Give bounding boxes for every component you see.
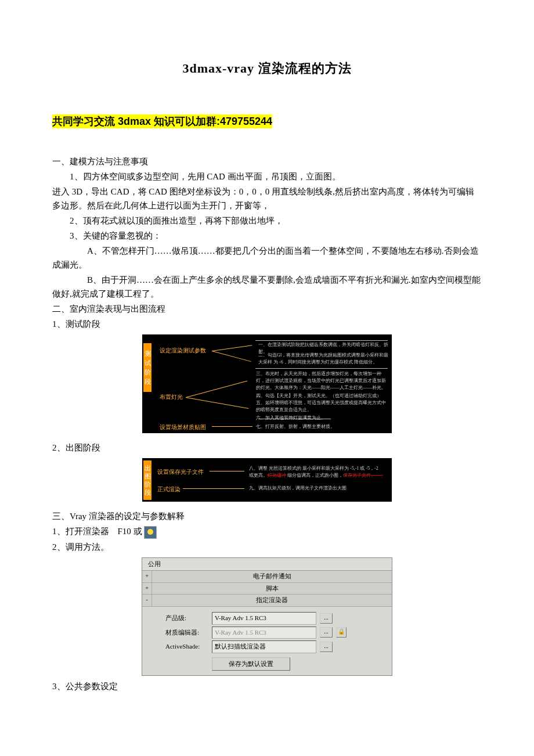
diagram-output-stage: 出 图 阶 段 设置保存光子文件 正式渲染 八、调整 光照运算模式的 最小采样和… [142, 458, 392, 502]
renderer-activeshade-field[interactable]: 默认扫描线渲染器 [212, 640, 316, 653]
lock-icon[interactable]: 🔒 [336, 627, 347, 638]
s1-item-2: 2、顶有花式就以顶的面推出造型，再将下部做出地坪， [52, 214, 482, 228]
renderer-row-production: 产品级: V-Ray Adv 1.5 RC3 ... [165, 612, 386, 625]
highlight-note: 共同学习交流 3dmax 知识可以加群:479755244 [52, 114, 272, 128]
diag2-r2: 九、调高抗矩尺级别，调用光子文件渲染出大图 [249, 485, 383, 492]
panel-bar-assign[interactable]: - 指定渲染器 [142, 595, 392, 607]
section-1-heading: 一、建模方法与注意事项 [52, 154, 482, 168]
diag2-sidebar: 出 图 阶 段 [143, 460, 151, 500]
s2-item-2: 2、出图阶段 [52, 441, 482, 455]
diag1-left-3: 设置场景材质贴图 [160, 423, 206, 432]
renderer-production-field[interactable]: V-Ray Adv 1.5 RC3 [212, 612, 316, 625]
renderer-panel: 公用 + 电子邮件通知 + 脚本 - 指定渲染器 产品级: V-Ray Adv … [142, 557, 392, 676]
diag1-r7: 七、打开反射、折射，调整主要材质。 [256, 423, 389, 430]
s1-item-3: 3、关键的容量忽视的： [52, 229, 482, 243]
choose-button[interactable]: ... [320, 627, 333, 638]
diag1-left-2: 布置灯光 [160, 393, 183, 402]
diag2-r1: 八、调整 光照运算模式的 最小采样和最大采样为 -5,-1 或 -5，-2 或更… [249, 465, 383, 479]
panel-bar-email[interactable]: + 电子邮件通知 [142, 571, 392, 583]
choose-button[interactable]: ... [320, 613, 333, 624]
diag2-left-2: 正式渲染 [157, 485, 181, 494]
section-2-heading: 二、室内渲染表现与出图流程 [52, 302, 482, 316]
s1-item-1: 1、四方体空间或多边型空间，先用 CAD 画出平面，吊顶图，立面图。 [52, 170, 482, 183]
diagram-test-stage: 测 试 阶 段 设定渲染测试参数 布置灯光 设置场景材质贴图 一、在渲染测试阶段… [142, 334, 392, 433]
choose-button[interactable]: ... [320, 642, 333, 652]
s1-item-3b: B、由于开洞……会在面上产生多余的线尽量不要删除,会造成墙面不平有折光和漏光.如… [52, 273, 482, 301]
renderer-medit-field: V-Ray Adv 1.5 RC3 [212, 627, 316, 639]
renderer-row-medit: 材质编辑器: V-Ray Adv 1.5 RC3 ... 🔒 [165, 627, 386, 639]
s1-item-3a: A、不管怎样开门……做吊顶……都要把几个分出的面当着一个整体空间，不要随地左右移… [52, 244, 482, 272]
s3-item-2: 2、调用方法。 [52, 540, 482, 554]
renderer-row-activeshade: ActiveShade: 默认扫描线渲染器 ... [165, 640, 386, 653]
panel-tab[interactable]: 公用 [142, 558, 392, 571]
diag2-left-1: 设置保存光子文件 [157, 467, 204, 477]
diag1-r4: 四、勾选【天光】开关，测试天光。（也可通过辅助灯完成） [256, 393, 389, 399]
render-icon [144, 526, 157, 539]
panel-bar-script[interactable]: + 脚本 [142, 583, 392, 595]
diag1-sidebar: 测 试 阶 段 [143, 343, 151, 392]
page-title: 3dmax-vray 渲染流程的方法 [52, 58, 482, 78]
diag1-r2: 二、勾选GI，将直接光传调整为光跟贴图模式调整最小采样和最大采样 为 -6，同时… [258, 352, 392, 366]
diag1-r3: 三、布光时，从天光开始，然后逐步增加灯光，每次增加一种灯，进行测试渲染观察，当场… [256, 370, 389, 391]
s2-item-1: 1、测试阶段 [52, 317, 482, 331]
diag1-r5: 五、如环境明暗不理想，可适当调整天光强度或提高曝光方式中的暗部亮度直至合适为止。 [256, 399, 389, 413]
s3-item-1: 1、打开渲染器 F10 或 [52, 524, 482, 539]
section-3-heading: 三、Vray 渲染器的设定与参数解释 [52, 509, 482, 523]
s3-item-3: 3、公共参数设定 [52, 679, 482, 693]
diag1-left-1: 设定渲染测试参数 [160, 346, 206, 355]
save-default-button[interactable]: 保存为默认设置 [212, 657, 290, 671]
diag1-r6: 六、加入其他装饰灯至满意为止。 [256, 415, 389, 422]
s1-body: 进入 3D，导出 CAD，将 CAD 图绝对坐标设为：0，0，0 用直线绘制线条… [52, 185, 482, 213]
